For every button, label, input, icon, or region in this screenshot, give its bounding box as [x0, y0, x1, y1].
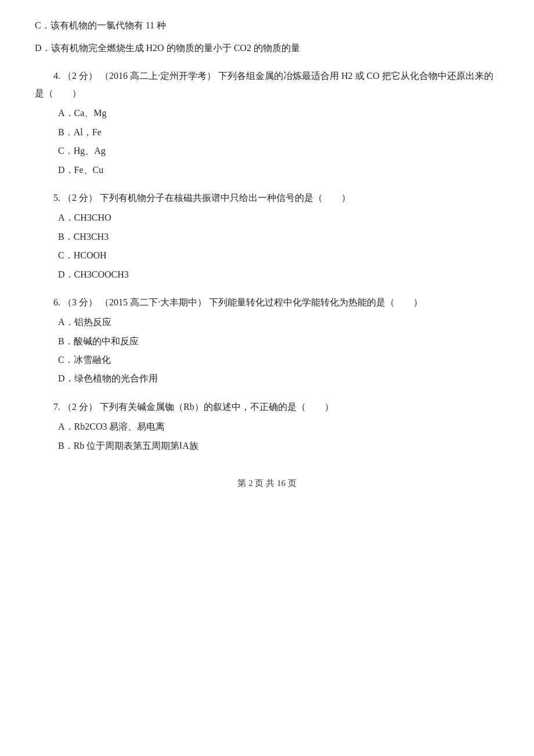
q6-option-a: A．铝热反应	[58, 314, 499, 331]
q7-option-b-text: B．Rb 位于周期表第五周期第ⅠA族	[58, 441, 199, 451]
option-c-prev: C．该有机物的一氯代物有 11 种	[35, 17, 499, 34]
q7-option-a-text: A．Rb2CO3 易溶、易电离	[58, 422, 165, 431]
q6-option-c-text: C．冰雪融化	[58, 355, 111, 365]
q7-body: 下列有关碱金属铷（Rb）的叙述中，不正确的是（ ）	[100, 402, 334, 412]
question-7-text: 7. （2 分） 下列有关碱金属铷（Rb）的叙述中，不正确的是（ ）	[35, 398, 499, 416]
question-5-text: 5. （2 分） 下列有机物分子在核磁共振谱中只给出一种信号的是（ ）	[35, 189, 499, 207]
option-c-prev-text: C．该有机物的一氯代物有 11 种	[35, 20, 166, 30]
q4-option-a-text: A．Ca、Mg	[58, 108, 107, 118]
q5-option-a: A．CH3CHO	[58, 209, 499, 226]
q6-option-c: C．冰雪融化	[58, 351, 499, 369]
q4-option-b-text: B．Al，Fe	[58, 127, 102, 137]
q5-option-d: D．CH3COOCH3	[58, 266, 499, 283]
page-content: C．该有机物的一氯代物有 11 种 D．该有机物完全燃烧生成 H2O 的物质的量…	[35, 17, 499, 489]
q5-score: （2 分）	[63, 193, 98, 203]
q5-number: 5.	[53, 193, 60, 203]
q7-number: 7.	[53, 402, 60, 412]
page-footer-text: 第 2 页 共 16 页	[237, 478, 296, 488]
q4-option-d: D．Fe、Cu	[58, 161, 499, 179]
question-6: 6. （3 分） （2015 高二下·大丰期中） 下列能量转化过程中化学能转化为…	[35, 294, 499, 388]
q6-option-b: B．酸碱的中和反应	[58, 333, 499, 350]
q4-number: 4.	[53, 71, 60, 81]
q5-option-c-text: C．HCOOH	[58, 250, 107, 260]
page-footer: 第 2 页 共 16 页	[35, 478, 499, 489]
q6-option-a-text: A．铝热反应	[58, 317, 111, 327]
q6-option-b-text: B．酸碱的中和反应	[58, 336, 139, 346]
q4-source: （2016 高二上·定州开学考）	[100, 71, 216, 81]
q5-option-a-text: A．CH3CHO	[58, 213, 111, 222]
question-4-text: 4. （2 分） （2016 高二上·定州开学考） 下列各组金属的冶炼最适合用 …	[35, 67, 499, 103]
q4-option-a: A．Ca、Mg	[58, 105, 499, 122]
q5-option-d-text: D．CH3COOCH3	[58, 269, 129, 279]
q6-source: （2015 高二下·大丰期中）	[100, 297, 207, 307]
q6-body: 下列能量转化过程中化学能转化为热能的是（ ）	[209, 297, 423, 307]
q7-option-b: B．Rb 位于周期表第五周期第ⅠA族	[58, 437, 499, 455]
q4-option-d-text: D．Fe、Cu	[58, 165, 103, 175]
q5-option-b-text: B．CH3CH3	[58, 232, 109, 242]
question-7: 7. （2 分） 下列有关碱金属铷（Rb）的叙述中，不正确的是（ ） A．Rb2…	[35, 398, 499, 455]
q4-option-c-text: C．Hg、Ag	[58, 146, 106, 156]
q6-option-d: D．绿色植物的光合作用	[58, 370, 499, 387]
q6-score: （3 分）	[63, 297, 98, 307]
q5-option-b: B．CH3CH3	[58, 228, 499, 246]
q7-option-a: A．Rb2CO3 易溶、易电离	[58, 418, 499, 435]
q4-score: （2 分）	[63, 71, 98, 81]
q7-score: （2 分）	[63, 402, 98, 412]
option-d-prev-text: D．该有机物完全燃烧生成 H2O 的物质的量小于 CO2 的物质的量	[35, 43, 300, 53]
q5-option-c: C．HCOOH	[58, 247, 499, 264]
question-4: 4. （2 分） （2016 高二上·定州开学考） 下列各组金属的冶炼最适合用 …	[35, 67, 499, 179]
q4-option-c: C．Hg、Ag	[58, 142, 499, 160]
q5-body: 下列有机物分子在核磁共振谱中只给出一种信号的是（ ）	[100, 193, 351, 203]
q6-number: 6.	[53, 297, 60, 307]
option-d-prev: D．该有机物完全燃烧生成 H2O 的物质的量小于 CO2 的物质的量	[35, 40, 499, 57]
q6-option-d-text: D．绿色植物的光合作用	[58, 373, 158, 383]
question-6-text: 6. （3 分） （2015 高二下·大丰期中） 下列能量转化过程中化学能转化为…	[35, 294, 499, 311]
q4-option-b: B．Al，Fe	[58, 124, 499, 141]
question-5: 5. （2 分） 下列有机物分子在核磁共振谱中只给出一种信号的是（ ） A．CH…	[35, 189, 499, 283]
